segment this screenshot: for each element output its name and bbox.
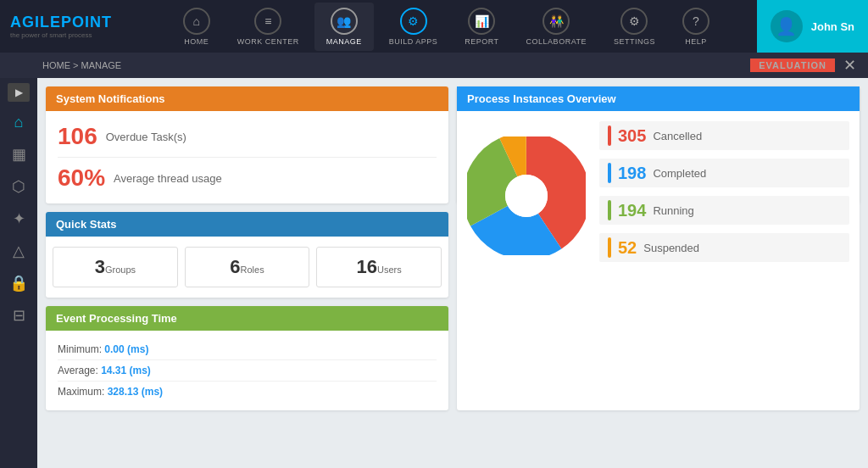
stat-groups: 3Groups [53, 247, 178, 287]
user-area[interactable]: 👤 John Sn [757, 0, 868, 53]
content-area: System Notifications 106 Overdue Task(s)… [37, 78, 868, 468]
quick-stats-header: Quick Stats [46, 212, 448, 237]
nav-manage-label: MANAGE [326, 37, 362, 46]
top-nav: AGILEPOINT the power of smart process ⌂ … [0, 0, 868, 53]
content-grid: System Notifications 106 Overdue Task(s)… [46, 86, 860, 410]
legend-item-running: 194 Running [599, 196, 849, 225]
nav-home-label: HOME [184, 37, 209, 46]
nav-home[interactable]: ⌂ HOME [171, 3, 222, 51]
event-processing-card: Event Processing Time Minimum: 0.00 (ms)… [46, 306, 448, 410]
user-name: John Sn [811, 20, 854, 33]
system-notifications-card: System Notifications 106 Overdue Task(s)… [46, 86, 448, 203]
event-avg-value: 14.31 (ms) [101, 365, 151, 376]
workcenter-icon: ≡ [254, 8, 281, 35]
suspended-bar [608, 237, 611, 258]
nav-collaborate[interactable]: 👫 COLLABORATE [515, 3, 598, 51]
nav-build-apps[interactable]: ⚙ BUILD APPS [377, 3, 450, 51]
legend-item-suspended: 52 Suspended [599, 233, 849, 262]
process-overview-card: Process Instances Overview [457, 86, 860, 410]
system-notifications-title: System Notifications [56, 92, 165, 105]
legend-item-cancelled: 305 Cancelled [599, 121, 849, 150]
event-min: Minimum: 0.00 (ms) [58, 339, 437, 360]
system-notifications-header: System Notifications [46, 86, 448, 111]
pie-chart [467, 136, 586, 255]
breadcrumb: HOME > MANAGE EVALUATION ✕ [0, 53, 868, 78]
avatar: 👤 [771, 10, 803, 42]
sidebar-item-home[interactable]: ⌂ [3, 107, 34, 137]
thread-label: Average thread usage [114, 172, 222, 185]
overdue-count: 106 [58, 123, 97, 150]
process-legend: 305 Cancelled 198 Completed 194 Running [599, 121, 849, 270]
breadcrumb-path: HOME > MANAGE [42, 60, 121, 70]
users-count: 16 [357, 256, 377, 277]
nav-settings[interactable]: ⚙ SETTINGS [602, 3, 667, 51]
overdue-stat: 106 Overdue Task(s) [58, 120, 437, 153]
completed-bar [608, 163, 611, 183]
roles-count: 6 [230, 256, 240, 277]
running-count: 194 [618, 201, 646, 220]
system-notifications-body: 106 Overdue Task(s) 60% Average thread u… [46, 111, 448, 203]
nav-help[interactable]: ? HELP [670, 3, 721, 51]
nav-build-apps-label: BUILD APPS [389, 37, 438, 46]
nav-help-label: HELP [685, 37, 707, 46]
sidebar-item-apps[interactable]: ⬡ [3, 171, 34, 202]
cancelled-count: 305 [618, 126, 646, 146]
logo-subtext: the power of smart process [10, 31, 125, 39]
process-overview-title: Process Instances Overview [467, 92, 616, 105]
collaborate-icon: 👫 [542, 8, 570, 35]
quick-stats-card: Quick Stats 3Groups 6Roles 16Users [46, 212, 448, 298]
nav-work-label: WORK CENTER [237, 37, 299, 46]
stat-users: 16Users [316, 247, 442, 287]
groups-count: 3 [95, 256, 105, 277]
quick-stats-title: Quick Stats [56, 218, 117, 231]
completed-label: Completed [653, 167, 706, 180]
nav-settings-label: SETTINGS [614, 37, 655, 46]
nav-items: ⌂ HOME ≡ WORK CENTER 👥 MANAGE ⚙ BUILD AP… [136, 3, 757, 51]
main-layout: ▶ ⌂ ▦ ⬡ ✦ △ 🔒 ⊟ System Notifications 106… [0, 78, 868, 468]
home-icon: ⌂ [183, 8, 210, 35]
event-max-value: 328.13 (ms) [108, 386, 163, 398]
logo: AGILEPOINT the power of smart process [0, 14, 136, 39]
close-button[interactable]: ✕ [838, 56, 861, 75]
running-bar [608, 200, 611, 220]
event-max: Maximum: 328.13 (ms) [58, 382, 437, 402]
running-label: Running [653, 204, 693, 217]
sidebar-item-database[interactable]: ⊟ [3, 300, 34, 331]
stat-roles: 6Roles [185, 247, 310, 287]
settings-icon: ⚙ [620, 8, 648, 35]
roles-label: Roles [241, 265, 264, 275]
cancelled-bar [608, 125, 611, 146]
eval-badge: EVALUATION [750, 58, 835, 72]
logo-text: AGILEPOINT [10, 14, 125, 31]
groups-label: Groups [105, 265, 136, 275]
nav-collaborate-label: COLLABORATE [526, 37, 587, 46]
event-avg-label: Average: [58, 365, 98, 376]
svg-point-4 [505, 175, 548, 217]
sidebar-item-design[interactable]: △ [3, 236, 34, 266]
manage-icon: 👥 [331, 8, 358, 35]
build-apps-icon: ⚙ [400, 8, 427, 35]
nav-manage[interactable]: 👥 MANAGE [314, 3, 374, 51]
event-avg: Average: 14.31 (ms) [58, 360, 437, 382]
sidebar-item-lock[interactable]: 🔒 [3, 268, 34, 298]
cancelled-label: Cancelled [653, 130, 702, 142]
thread-stat: 60% Average thread usage [58, 161, 437, 195]
event-min-label: Minimum: [58, 343, 102, 355]
nav-work-center[interactable]: ≡ WORK CENTER [225, 3, 311, 51]
event-max-label: Maximum: [58, 386, 104, 398]
event-processing-header: Event Processing Time [46, 306, 448, 331]
sidebar-item-network[interactable]: ✦ [3, 203, 34, 234]
quick-stats-body: 3Groups 6Roles 16Users [46, 237, 448, 298]
event-processing-body: Minimum: 0.00 (ms) Average: 14.31 (ms) M… [46, 331, 448, 410]
process-overview-header: Process Instances Overview [457, 86, 860, 111]
sidebar-item-grid[interactable]: ▦ [3, 139, 34, 170]
nav-report[interactable]: 📊 REPORT [453, 3, 510, 51]
event-min-value: 0.00 (ms) [104, 343, 148, 355]
thread-pct: 60% [58, 164, 105, 192]
overdue-label: Overdue Task(s) [106, 131, 186, 143]
report-icon: 📊 [468, 8, 495, 35]
sidebar-toggle[interactable]: ▶ [8, 83, 30, 102]
completed-count: 198 [618, 164, 646, 183]
nav-report-label: REPORT [465, 37, 498, 46]
suspended-label: Suspended [643, 242, 699, 254]
